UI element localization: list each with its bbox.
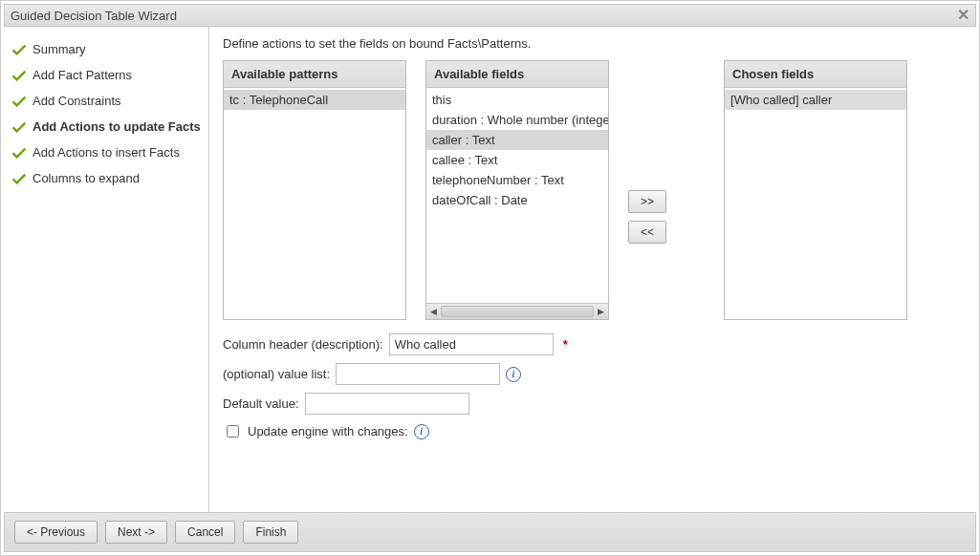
list-item[interactable]: caller : Text	[426, 130, 608, 150]
default-value-label: Default value:	[223, 396, 299, 411]
list-item[interactable]: dateOfCall : Date	[426, 190, 608, 210]
sidebar-item-columns-expand[interactable]: Columns to expand	[10, 165, 203, 191]
check-icon	[11, 96, 27, 107]
value-list-label: (optional) value list:	[223, 367, 330, 381]
list-item[interactable]: tc : TelephoneCall	[224, 90, 405, 110]
scroll-right-icon[interactable]: ▶	[596, 307, 606, 316]
check-icon	[11, 173, 27, 184]
previous-button[interactable]: <- Previous	[14, 521, 98, 544]
list-item[interactable]: duration : Whole number (integer)	[426, 110, 608, 130]
default-value-input[interactable]	[305, 393, 469, 415]
column-header-label: Column header (description):	[223, 337, 383, 352]
wizard-sidebar: Summary Add Fact Patterns Add Constraint…	[4, 27, 209, 512]
check-icon	[11, 44, 27, 55]
chosen-fields-list: Chosen fields [Who called] caller	[724, 60, 907, 320]
sidebar-item-constraints[interactable]: Add Constraints	[10, 88, 203, 114]
available-fields-body: this duration : Whole number (integer) c…	[426, 88, 608, 303]
column-header-input[interactable]	[389, 333, 554, 355]
spacer	[686, 60, 705, 320]
sidebar-item-label: Add Actions to insert Facts	[33, 145, 180, 160]
list-item[interactable]: [Who called] caller	[725, 90, 906, 110]
title-bar: Guided Decision Table Wizard ✕	[4, 4, 976, 27]
check-icon	[11, 121, 27, 133]
value-list-input[interactable]	[336, 363, 500, 385]
sidebar-item-label: Summary	[33, 42, 86, 56]
list-item[interactable]: telephoneNumber : Text	[426, 170, 608, 190]
list-item[interactable]: callee : Text	[426, 150, 608, 170]
available-patterns-body: tc : TelephoneCall	[224, 88, 405, 319]
sidebar-item-label: Add Fact Patterns	[33, 68, 132, 82]
required-marker: *	[563, 337, 568, 352]
columns-area: Available patterns tc : TelephoneCall Av…	[223, 60, 963, 320]
sidebar-item-summary[interactable]: Summary	[10, 36, 203, 62]
move-buttons: >> <<	[628, 137, 666, 244]
check-icon	[11, 147, 27, 159]
sidebar-item-label: Add Actions to update Facts	[33, 119, 201, 134]
available-patterns-header: Available patterns	[224, 61, 405, 88]
close-icon[interactable]: ✕	[957, 8, 969, 23]
row-update-engine: Update engine with changes: i	[223, 422, 963, 440]
add-field-button[interactable]: >>	[628, 190, 666, 213]
list-item[interactable]: this	[426, 90, 608, 110]
row-column-header: Column header (description): *	[223, 333, 963, 355]
scroll-thumb[interactable]	[441, 306, 594, 317]
row-default-value: Default value:	[223, 393, 963, 415]
wizard-footer: <- Previous Next -> Cancel Finish	[4, 512, 976, 552]
wizard-frame: Guided Decision Table Wizard ✕ Summary A…	[0, 0, 980, 556]
chosen-fields-header: Chosen fields	[725, 61, 906, 88]
horizontal-scrollbar[interactable]: ◀ ▶	[426, 303, 608, 319]
available-fields-list: Available fields this duration : Whole n…	[425, 60, 609, 320]
cancel-button[interactable]: Cancel	[175, 521, 235, 544]
sidebar-item-label: Columns to expand	[33, 171, 140, 185]
check-icon	[11, 70, 27, 81]
chosen-fields-body: [Who called] caller	[725, 88, 906, 319]
main-panel: Define actions to set the fields on boun…	[209, 27, 976, 512]
sidebar-item-fact-patterns[interactable]: Add Fact Patterns	[10, 62, 203, 88]
title-text: Guided Decision Table Wizard	[11, 9, 177, 23]
available-fields-header: Available fields	[426, 61, 608, 88]
page-description: Define actions to set the fields on boun…	[223, 36, 963, 51]
finish-button[interactable]: Finish	[243, 521, 298, 544]
scroll-left-icon[interactable]: ◀	[428, 307, 439, 316]
available-patterns-list: Available patterns tc : TelephoneCall	[223, 60, 406, 320]
sidebar-item-update-facts[interactable]: Add Actions to update Facts	[10, 114, 203, 139]
sidebar-item-insert-facts[interactable]: Add Actions to insert Facts	[10, 139, 203, 165]
remove-field-button[interactable]: <<	[628, 221, 666, 244]
body: Summary Add Fact Patterns Add Constraint…	[4, 27, 976, 512]
next-button[interactable]: Next ->	[105, 521, 167, 544]
row-value-list: (optional) value list: i	[223, 363, 963, 385]
info-icon[interactable]: i	[414, 424, 429, 439]
update-engine-checkbox[interactable]	[227, 425, 239, 438]
sidebar-item-label: Add Constraints	[33, 94, 121, 108]
info-icon[interactable]: i	[506, 367, 521, 382]
update-engine-label: Update engine with changes:	[248, 424, 408, 438]
